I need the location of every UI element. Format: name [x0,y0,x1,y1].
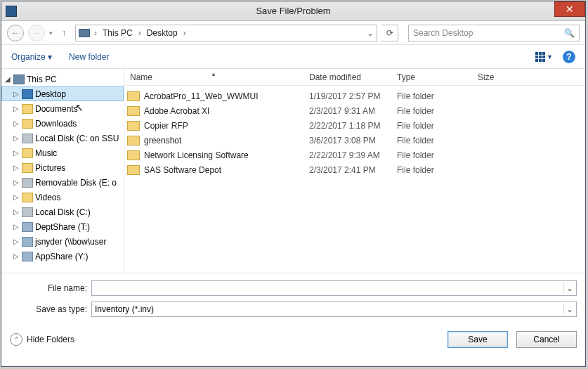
history-dropdown[interactable]: ▾ [49,30,53,37]
expand-icon[interactable]: ▷ [13,90,20,98]
crumb-this-pc[interactable]: This PC [101,28,134,38]
tree-item[interactable]: ▷jsnyder (\\bow\user [1,234,124,249]
chevron-right-icon[interactable]: › [182,28,188,38]
file-name: Network Licensing Software [144,150,303,160]
expand-icon[interactable]: ▷ [13,193,20,201]
tree-item[interactable]: ▷Music [1,145,124,160]
file-row[interactable]: AcrobatPro_11_Web_WWMUI1/19/2017 2:57 PM… [124,89,585,103]
organize-menu[interactable]: Organize ▾ [11,52,52,62]
expand-icon[interactable]: ▷ [13,105,20,112]
expand-icon[interactable]: ▷ [13,223,20,231]
tree-item-icon [22,148,33,158]
file-row[interactable]: greenshot3/6/2017 3:08 PMFile folder [124,133,585,148]
file-date: 2/22/2017 9:39 AM [303,150,391,160]
address-dropdown[interactable]: ⌄ [367,28,374,38]
file-row[interactable]: SAS Software Depot2/3/2017 2:41 PMFile f… [124,162,585,177]
file-row[interactable]: Adobe Acrobat XI2/3/2017 9:31 AMFile fol… [124,103,585,118]
tree-item-icon [22,207,33,217]
filename-label: File name: [10,283,91,293]
tree-this-pc[interactable]: ◢ This PC [1,72,124,86]
tree-item-icon [22,178,33,188]
navigation-tree: ◢ This PC ▷Desktop▷Documents▷Downloads▷L… [1,69,124,273]
tree-item[interactable]: ▷Documents [1,101,124,116]
folder-icon [127,165,140,175]
file-date: 2/22/2017 1:18 PM [303,121,391,131]
tree-item-icon [22,104,33,114]
sort-asc-icon: ▲ [211,71,216,77]
help-button[interactable]: ? [563,51,575,63]
expand-icon[interactable]: ▷ [13,208,20,216]
tree-item[interactable]: ▷Videos [1,190,124,205]
hide-folders-button[interactable]: ˄ Hide Folders [10,333,74,346]
column-type[interactable]: Type [391,72,472,82]
up-button[interactable]: ↑ [57,28,71,38]
forward-button[interactable]: → [28,25,45,41]
tree-item[interactable]: ▷AppShare (Y:) [1,249,124,264]
filename-input[interactable]: ⌄ [91,280,577,296]
tree-item-label: Local Disk (C:) [35,207,91,217]
search-placeholder: Search Desktop [413,28,473,38]
search-input[interactable]: Search Desktop 🔍 [408,25,580,41]
expand-icon[interactable]: ▷ [13,149,20,157]
tree-item-icon [22,237,33,247]
column-headers: ▲Name Date modified Type Size [124,69,585,86]
chevron-right-icon[interactable]: › [137,28,143,38]
tree-item-label: Downloads [35,119,77,129]
tree-item[interactable]: ▷Downloads [1,116,124,131]
chevron-down-icon[interactable]: ⌄ [563,304,575,315]
back-button[interactable]: ← [7,25,24,41]
close-button[interactable]: ✕ [554,1,585,17]
crumb-desktop[interactable]: Desktop [145,28,179,38]
expand-icon[interactable]: ▷ [13,238,20,245]
file-name: Adobe Acrobat XI [144,106,303,116]
title-bar: Save File/Problem ✕ [1,1,585,21]
expand-icon[interactable]: ▷ [13,134,20,142]
tree-item[interactable]: ▷Desktop [1,86,124,101]
tree-item-label: Music [35,148,57,158]
file-date: 1/19/2017 2:57 PM [303,91,391,101]
tree-item-icon [22,89,33,99]
tree-item-icon [22,134,33,143]
chevron-down-icon[interactable]: ⌄ [563,283,575,294]
expand-icon[interactable]: ▷ [13,179,20,186]
tree-item-icon [22,163,33,173]
file-row[interactable]: Copier RFP2/22/2017 1:18 PMFile folder [124,118,585,133]
cancel-button[interactable]: Cancel [516,331,577,348]
folder-icon [127,121,140,131]
column-name[interactable]: ▲Name [124,72,303,82]
pc-icon [13,75,25,84]
collapse-icon[interactable]: ◢ [4,75,11,83]
file-date: 3/6/2017 3:08 PM [303,136,391,145]
saveas-label: Save as type: [10,304,91,314]
column-date[interactable]: Date modified [303,72,391,82]
file-row[interactable]: Network Licensing Software2/22/2017 9:39… [124,148,585,162]
chevron-right-icon[interactable]: › [93,28,98,38]
expand-icon[interactable]: ▷ [13,252,20,260]
file-date: 2/3/2017 2:41 PM [303,165,391,175]
address-bar[interactable]: › This PC › Desktop › ⌄ [75,25,377,41]
folder-icon [127,91,140,101]
tree-item-label: Desktop [35,89,66,99]
refresh-button[interactable]: ⟳ [381,25,398,41]
pc-icon [79,29,90,37]
tree-item[interactable]: ▷DeptShare (T:) [1,219,124,234]
folder-icon [127,150,140,160]
tree-item[interactable]: ▷Local Disk (C:) [1,205,124,219]
file-type: File folder [391,165,472,175]
tree-item[interactable]: ▷Removable Disk (E: o [1,175,124,190]
view-options[interactable]: ▼ [535,52,553,62]
tree-item[interactable]: ▷Local Disk (C: on SSU [1,131,124,145]
file-type: File folder [391,91,472,101]
tree-item[interactable]: ▷Pictures [1,160,124,175]
expand-icon[interactable]: ▷ [13,119,20,127]
fields-panel: File name: ⌄ Save as type: Inventory (*.… [1,273,585,317]
save-button[interactable]: Save [447,331,508,348]
column-size[interactable]: Size [472,72,528,82]
expand-icon[interactable]: ▷ [13,164,20,171]
file-type: File folder [391,136,472,145]
saveas-select[interactable]: Inventory (*.inv) ⌄ [91,302,577,317]
tree-item-label: Removable Disk (E: o [35,178,117,188]
new-folder-button[interactable]: New folder [69,52,109,62]
window-title: Save File/Problem [1,6,585,16]
file-list: ▲Name Date modified Type Size AcrobatPro… [124,69,585,273]
